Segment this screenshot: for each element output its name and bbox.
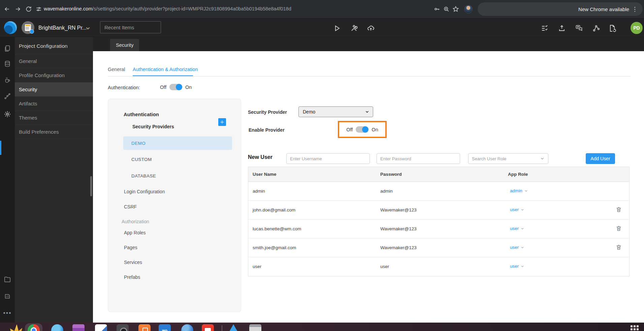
cell-password: Wavemaker@123 — [380, 207, 417, 212]
role-dropdown[interactable]: user — [510, 226, 524, 231]
authentication-toggle[interactable] — [169, 84, 182, 90]
role-dropdown[interactable]: user — [510, 245, 524, 250]
logs-icon[interactable]: LOG — [0, 289, 15, 304]
table-row: user user user — [248, 257, 629, 276]
new-user-label: New User — [248, 154, 272, 160]
delete-user-button[interactable] — [615, 206, 623, 213]
col-app-role: App Role — [508, 172, 528, 177]
user-avatar[interactable]: PD — [631, 22, 643, 34]
nav-item-csrf[interactable]: CSRF — [124, 204, 137, 209]
taskbar-separator — [222, 325, 222, 331]
sidebar-item-artifacts[interactable]: Artifacts — [15, 96, 93, 110]
auth-nav-panel: Authentication Security Providers DEMO C… — [108, 99, 241, 312]
user-role-select[interactable]: Search User Role — [468, 153, 548, 164]
reload-icon[interactable] — [24, 5, 33, 13]
pages-icon[interactable] — [0, 41, 15, 56]
nav-item-prefabs[interactable]: Prefabs — [124, 274, 140, 280]
more-options-icon[interactable]: ••• — [0, 306, 15, 321]
site-settings-icon[interactable] — [34, 5, 43, 13]
taskbar-icon-text-editor[interactable] — [95, 324, 107, 331]
enable-provider-toggle[interactable] — [356, 126, 368, 133]
preview-play-icon[interactable] — [332, 24, 342, 33]
nav-item-login-configuration[interactable]: Login Configuration — [124, 189, 165, 194]
security-provider-select[interactable]: Demo — [298, 106, 373, 117]
export-icon[interactable] — [557, 24, 567, 33]
run-config-list-icon[interactable] — [540, 24, 549, 33]
taskbar-icon-triangle-app[interactable] — [228, 324, 239, 331]
chevron-down-icon — [524, 189, 528, 193]
sidebar-item-general[interactable]: General — [15, 54, 93, 68]
project-name[interactable]: BrightBank_RN Pr... — [38, 25, 87, 31]
taskbar-icon-screenshot-tool[interactable] — [117, 324, 129, 331]
taskbar-icon-gimp[interactable] — [10, 324, 22, 331]
tab-authentication-authorization[interactable]: Authentication & Authorization — [133, 67, 198, 72]
project-badge — [30, 29, 34, 34]
user-role-placeholder: Search User Role — [472, 156, 507, 161]
nav-item-app-roles[interactable]: App Roles — [124, 230, 146, 235]
provider-item-database[interactable]: DATABASE — [131, 173, 156, 178]
authorization-section-heading: Authorization — [122, 219, 149, 224]
nav-item-services[interactable]: Services — [124, 260, 142, 265]
provider-item-demo[interactable]: DEMO — [123, 136, 232, 150]
security-page-tab[interactable]: Security — [110, 39, 139, 51]
project-chevron-down-icon[interactable] — [85, 25, 91, 33]
cloud-upload-icon[interactable] — [366, 24, 376, 33]
chrome-update-button[interactable]: New Chrome available ⋮ — [478, 2, 643, 16]
translate-icon[interactable] — [574, 24, 584, 33]
role-dropdown[interactable]: admin — [510, 188, 528, 193]
taskbar-icon-blue-sphere-app[interactable] — [181, 324, 193, 331]
cell-username: lucas.benette@wm.com — [253, 226, 301, 231]
sidebar-item-security[interactable]: Security — [15, 82, 93, 96]
taskbar-icon-word-app[interactable]: wo — [159, 324, 171, 331]
folder-icon[interactable] — [0, 272, 15, 287]
trash-icon — [615, 244, 622, 251]
back-icon[interactable] — [3, 5, 11, 13]
url-bar[interactable]: wavemakeronline.com/s/settings/security/… — [44, 6, 291, 11]
taskbar-icon-window-app[interactable] — [249, 324, 261, 331]
password-key-icon[interactable] — [432, 5, 441, 13]
taskbar-icon-software-store[interactable] — [138, 324, 151, 331]
forward-icon[interactable] — [13, 5, 22, 13]
file-sync-icon[interactable] — [608, 24, 617, 33]
nav-item-pages[interactable]: Pages — [124, 245, 137, 250]
provider-item-custom[interactable]: CUSTOM — [131, 157, 152, 162]
toggle-knob — [362, 126, 368, 133]
recent-items-dropdown[interactable]: Recent Items — [100, 21, 161, 33]
chevron-down-icon — [520, 227, 524, 231]
chrome-update-label: New Chrome available — [578, 6, 629, 12]
col-password: Password — [380, 172, 402, 177]
sidebar-item-profile-configuration[interactable]: Profile Configuration — [15, 68, 93, 82]
delete-user-button[interactable] — [615, 244, 623, 251]
cell-password: admin — [380, 189, 393, 194]
java-services-icon[interactable] — [0, 73, 15, 88]
cell-username: admin — [253, 189, 265, 194]
sidebar-item-build-preferences[interactable]: Build Preferences — [15, 125, 93, 139]
browser-menu-kebab-icon[interactable]: ⋮ — [632, 6, 638, 13]
bookmark-star-icon[interactable] — [451, 5, 460, 13]
taskbar-icon-red-mail-app[interactable] — [202, 324, 214, 331]
username-input[interactable] — [286, 153, 370, 164]
app-grid-icon[interactable] — [631, 325, 639, 331]
tools-icon[interactable] — [349, 24, 359, 33]
password-input[interactable] — [377, 153, 460, 164]
add-user-button[interactable]: Add User — [586, 153, 615, 164]
database-icon[interactable] — [0, 57, 15, 71]
share-branch-icon[interactable] — [591, 24, 601, 33]
add-provider-button[interactable] — [218, 118, 226, 126]
taskbar-icon-files[interactable] — [72, 324, 85, 331]
apis-icon[interactable] — [0, 89, 15, 104]
settings-gear-icon[interactable] — [0, 107, 15, 122]
delete-user-button[interactable] — [615, 225, 623, 232]
taskbar-icon-thunderbird[interactable] — [51, 324, 63, 331]
authentication-toggle-row: Off On — [160, 84, 192, 90]
tab-general[interactable]: General — [108, 67, 125, 72]
cell-password: user — [380, 264, 389, 269]
sidebar-item-themes[interactable]: Themes — [15, 110, 93, 125]
zoom-icon[interactable] — [442, 5, 451, 13]
chrome-profile-avatar[interactable] — [464, 5, 473, 13]
role-dropdown[interactable]: user — [510, 207, 524, 212]
sidebar-scrollbar[interactable] — [90, 176, 92, 196]
role-dropdown[interactable]: user — [510, 264, 524, 269]
col-user-name: User Name — [253, 172, 277, 177]
authentication-label: Authentication: — [108, 85, 140, 90]
